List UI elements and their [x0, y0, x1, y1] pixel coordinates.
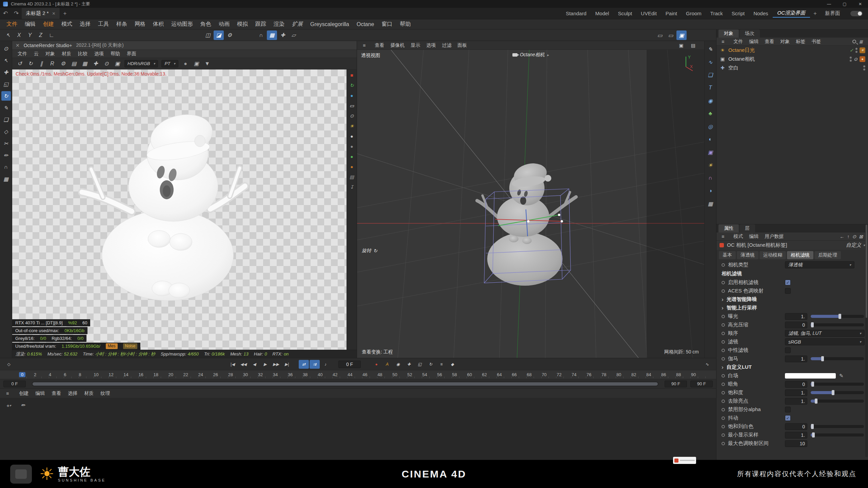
- attribute-row[interactable]: › 滤镜 sRGB sRGB▾ ✎: [716, 338, 868, 346]
- timeline-tick[interactable]: 72: [557, 372, 572, 377]
- checkbox[interactable]: [785, 407, 791, 412]
- animation-dot-icon[interactable]: [722, 323, 725, 327]
- menu-item[interactable]: 帮助: [107, 51, 123, 57]
- floating-window-edge[interactable]: [673, 457, 696, 464]
- workplane-mode-icon[interactable]: ▱: [289, 30, 299, 40]
- scale-tool-icon[interactable]: ◱: [1, 79, 11, 89]
- animation-dot-icon[interactable]: [722, 400, 725, 403]
- move-tool-icon[interactable]: ✚: [1, 67, 11, 77]
- layout-item[interactable]: Standard: [561, 11, 591, 16]
- knife-tool-icon[interactable]: ✂: [1, 139, 11, 148]
- menu-item[interactable]: 摄像机: [387, 42, 408, 48]
- camera-primitive-icon[interactable]: ▣: [706, 147, 715, 157]
- record-parameter-icon[interactable]: ≡: [436, 360, 447, 369]
- range-start-field[interactable]: 0 F: [3, 381, 26, 387]
- menu-item[interactable]: 帮助: [396, 21, 414, 28]
- timeline-tick[interactable]: 58: [452, 372, 467, 377]
- timeline-tick[interactable]: 86: [661, 372, 676, 377]
- layout-item[interactable]: UVEdit: [636, 11, 661, 16]
- loop-icon[interactable]: ⇄: [299, 360, 309, 369]
- timeline-tick[interactable]: 28: [228, 372, 243, 377]
- timeline-tick[interactable]: 46: [362, 372, 377, 377]
- render-settings-icon[interactable]: ⚙: [58, 59, 68, 68]
- animation-dot-icon[interactable]: [722, 332, 725, 335]
- enabled-check-icon[interactable]: ✓: [850, 48, 853, 53]
- clay-mode-icon[interactable]: ●: [180, 59, 191, 68]
- colorspace-dropdown[interactable]: HDR/sRGB▾: [124, 60, 158, 67]
- timeline-tick[interactable]: 60: [467, 372, 482, 377]
- camera-lock-icon[interactable]: ▣: [112, 59, 122, 68]
- value-field[interactable]: 1.: [785, 355, 807, 362]
- grid-snap-icon[interactable]: ▦: [267, 30, 277, 40]
- checkbox[interactable]: [785, 288, 791, 294]
- record-keyframe-icon[interactable]: ●: [371, 360, 381, 369]
- film-settings-icon[interactable]: ▭: [348, 102, 356, 109]
- history-back-icon[interactable]: ←: [840, 234, 845, 239]
- timeline-tick[interactable]: 12: [108, 372, 123, 377]
- menu-item[interactable]: 角色: [197, 21, 215, 28]
- new-interface-button[interactable]: 新界面: [820, 10, 845, 17]
- attribute-row[interactable]: › 饱和度 1. 1.▾ ✎: [716, 388, 868, 397]
- timeline-tick[interactable]: 70: [542, 372, 557, 377]
- lock-icon[interactable]: ⊠: [859, 234, 863, 239]
- custom-preset-dropdown[interactable]: 自定义 ▾: [846, 242, 865, 248]
- menu-item[interactable]: 纹理: [97, 390, 113, 396]
- menu-item[interactable]: 比较: [75, 51, 91, 57]
- select-cursor-icon[interactable]: ↖: [3, 30, 13, 40]
- timeline-tick[interactable]: 36: [288, 372, 303, 377]
- layout-item[interactable]: Nodes: [749, 11, 772, 16]
- timeline-tick[interactable]: 8: [79, 372, 94, 377]
- panel-tab[interactable]: 层: [739, 224, 755, 232]
- focus-tool-icon[interactable]: ⊙: [348, 112, 356, 120]
- live-select-icon[interactable]: ↖: [1, 56, 11, 65]
- keyframe-selection-icon[interactable]: ◉: [393, 360, 403, 369]
- menu-item[interactable]: 动画: [215, 21, 233, 28]
- animation-dot-icon[interactable]: [722, 433, 725, 437]
- attribute-row[interactable]: › 禁用部分alpha ▾ ✎: [716, 405, 868, 414]
- menu-item[interactable]: 文件: [3, 21, 21, 28]
- prev-key-icon[interactable]: ◀◀: [238, 360, 249, 369]
- menu-item[interactable]: 查看: [48, 390, 64, 396]
- menu-item[interactable]: Octane: [353, 21, 378, 27]
- menu-item[interactable]: 选项: [423, 42, 439, 48]
- timeline-tick[interactable]: 30: [243, 372, 258, 377]
- timeline-tick[interactable]: 38: [303, 372, 318, 377]
- menu-item[interactable]: 编辑: [746, 233, 762, 240]
- animation-dot-icon[interactable]: [722, 374, 725, 378]
- hamburger-icon[interactable]: ≡: [718, 39, 727, 44]
- slider[interactable]: [811, 400, 864, 403]
- search-icon[interactable]: [852, 40, 856, 43]
- timeline-tick[interactable]: 88: [676, 372, 691, 377]
- panel-tab[interactable]: 对象: [718, 29, 739, 38]
- menu-item[interactable]: 过滤: [439, 42, 454, 48]
- grid-tool-icon[interactable]: ▦: [1, 174, 11, 184]
- refresh-render-icon[interactable]: ↻: [25, 59, 36, 68]
- add-material-button[interactable]: +▾: [4, 401, 14, 410]
- timeline-tick[interactable]: 80: [616, 372, 631, 377]
- camera-target-icon[interactable]: ●: [348, 92, 356, 99]
- attribute-tab[interactable]: 运动模糊: [760, 251, 786, 259]
- save-render-icon[interactable]: ▼: [202, 59, 212, 68]
- attribute-row[interactable]: › 最大色调映射区间 10 10▾ ✎: [716, 439, 868, 448]
- menu-item[interactable]: 云: [31, 51, 42, 57]
- menu-item[interactable]: 跟踪: [252, 21, 270, 28]
- object-name[interactable]: Octane相机: [728, 56, 755, 62]
- record-pla-icon[interactable]: ◆: [447, 360, 457, 369]
- attribute-row[interactable]: › 饱和到白色 0 0▾ ✎: [716, 422, 868, 431]
- timeline-tick[interactable]: 74: [572, 372, 587, 377]
- layout-item[interactable]: Script: [727, 11, 749, 16]
- object-row[interactable]: ☀ Octane日光 ✓ ☀: [716, 46, 868, 55]
- dropdown[interactable]: 滤镜, 伽马, LUT▾: [785, 330, 865, 337]
- export-icon[interactable]: ↧: [348, 183, 356, 191]
- stop-render-icon[interactable]: R: [47, 59, 57, 68]
- dropdown[interactable]: sRGB▾: [785, 338, 865, 345]
- slider[interactable]: [811, 357, 864, 360]
- checkbox[interactable]: [785, 280, 791, 285]
- timeline-tick[interactable]: 24: [198, 372, 213, 377]
- render-view-icon[interactable]: ◫: [203, 30, 213, 40]
- animation-dot-icon[interactable]: [722, 349, 725, 352]
- diffuse-material-icon[interactable]: ●: [348, 133, 356, 140]
- attribute-row[interactable]: › 智能上行采样 ▾ ✎: [716, 304, 868, 312]
- attribute-row[interactable]: › 高光压缩 0 0▾ ✎: [716, 321, 868, 329]
- brush-tool-icon[interactable]: ✏: [1, 150, 11, 160]
